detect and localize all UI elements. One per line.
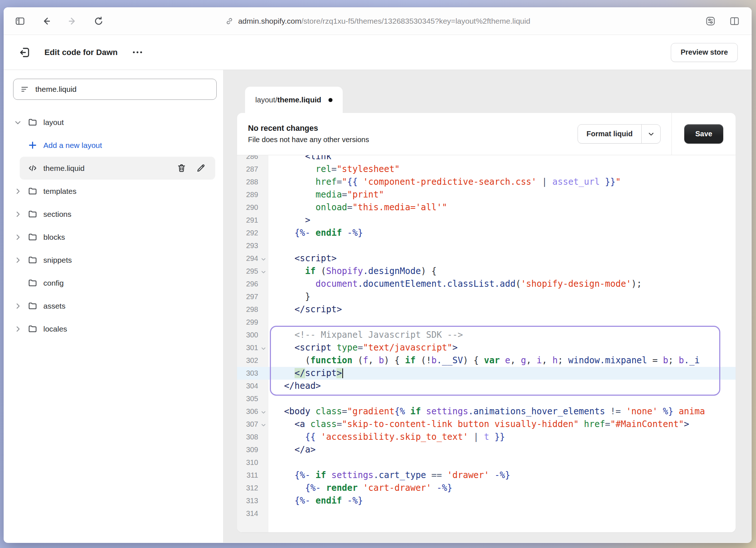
line-number: 296 xyxy=(237,280,258,288)
folder-icon xyxy=(28,255,38,265)
code-fold-icon xyxy=(261,257,266,262)
code-line-292[interactable]: 292 {%- endif -%} xyxy=(237,227,736,239)
code-text: href="{{ 'component-predictive-search.cs… xyxy=(268,176,621,188)
code-line-304[interactable]: 304 </head> xyxy=(237,380,736,392)
rename-file-button[interactable] xyxy=(196,163,206,173)
fold-toggle[interactable] xyxy=(258,268,268,275)
address-bar[interactable]: admin.shopify.com/store/rzq1xu-f5/themes… xyxy=(225,17,530,26)
code-line-312[interactable]: 312 {%- render 'cart-drawer' -%} xyxy=(237,482,736,494)
line-number: 289 xyxy=(237,191,258,199)
delete-icon xyxy=(177,163,186,173)
code-line-299[interactable]: 299 xyxy=(237,316,736,329)
code-line-291[interactable]: 291 > xyxy=(237,214,736,227)
code-line-302[interactable]: 302 (function (f, b) { if (!b.__SV) { va… xyxy=(237,354,736,367)
format-options-toggle[interactable] xyxy=(641,125,660,143)
sidebar-item-label: config xyxy=(43,279,64,287)
sidebar-item-add-a-new-layout[interactable]: Add a new layout xyxy=(4,134,220,157)
sidebar-toggle-icon[interactable] xyxy=(15,16,25,27)
code-lines: 286 <link287 rel="stylesheet"288 href="{… xyxy=(237,155,736,520)
fold-toggle[interactable] xyxy=(258,421,268,428)
code-line-293[interactable]: 293 xyxy=(237,239,736,252)
line-number: 297 xyxy=(237,293,258,301)
sidebar-item-templates[interactable]: templates xyxy=(4,180,220,203)
code-line-309[interactable]: 309 </a> xyxy=(237,443,736,456)
code-line-313[interactable]: 313 {%- endif -%} xyxy=(237,494,736,507)
sidebar-item-config[interactable]: config xyxy=(4,271,220,294)
code-text: {%- render 'cart-drawer' -%} xyxy=(268,482,452,494)
code-text: </head> xyxy=(268,380,321,392)
line-number: 302 xyxy=(237,356,258,365)
code-line-297[interactable]: 297 } xyxy=(237,290,736,303)
tab-settings-icon[interactable] xyxy=(705,16,716,27)
unsaved-changes-dot xyxy=(328,98,332,102)
chevron-right-icon xyxy=(14,325,22,333)
refresh-icon[interactable] xyxy=(93,16,104,27)
split-view-icon[interactable] xyxy=(729,16,740,27)
code-line-314[interactable]: 314 xyxy=(237,507,736,520)
browser-window: admin.shopify.com/store/rzq1xu-f5/themes… xyxy=(4,7,752,543)
code-line-305[interactable]: 305 xyxy=(237,392,736,405)
sidebar-item-snippets[interactable]: snippets xyxy=(4,248,220,271)
line-number: 290 xyxy=(237,203,258,212)
line-number: 293 xyxy=(237,242,258,250)
format-liquid-button[interactable]: Format liquid xyxy=(578,124,661,144)
chevron-right-icon xyxy=(14,233,22,241)
line-number: 288 xyxy=(237,178,258,186)
code-line-286[interactable]: 286 <link xyxy=(237,155,736,163)
code-line-303[interactable]: 303 </script> xyxy=(237,367,736,380)
line-number: 287 xyxy=(237,165,258,173)
forward-icon[interactable] xyxy=(67,16,78,27)
delete-file-button[interactable] xyxy=(177,163,186,173)
sidebar-item-locales[interactable]: locales xyxy=(4,317,220,340)
code-line-295[interactable]: 295 if (Shopify.designMode) { xyxy=(237,265,736,278)
preview-store-button[interactable]: Preview store xyxy=(671,43,738,62)
fold-toggle[interactable] xyxy=(258,255,268,262)
main-content: layoutAdd a new layouttheme.liquidtempla… xyxy=(4,70,752,543)
line-number: 300 xyxy=(237,331,258,339)
code-line-296[interactable]: 296 document.documentElement.classList.a… xyxy=(237,278,736,290)
line-number: 305 xyxy=(237,395,258,403)
code-line-308[interactable]: 308 {{ 'accessibility.skip_to_text' | t … xyxy=(237,431,736,443)
sidebar-item-sections[interactable]: sections xyxy=(4,203,220,226)
back-icon[interactable] xyxy=(41,16,52,27)
folder-icon xyxy=(28,301,38,311)
code-text: {%- endif -%} xyxy=(268,227,363,239)
folder-icon xyxy=(28,232,38,242)
file-search-input[interactable] xyxy=(35,85,210,94)
toolbar-left-controls xyxy=(4,16,104,27)
fold-toggle[interactable] xyxy=(258,344,268,351)
code-line-289[interactable]: 289 media="print" xyxy=(237,188,736,201)
code-editor[interactable]: 286 <link287 rel="stylesheet"288 href="{… xyxy=(237,155,736,532)
code-line-301[interactable]: 301 <script type="text/javascript"> xyxy=(237,341,736,354)
exit-code-editor-icon[interactable] xyxy=(18,46,31,59)
code-line-294[interactable]: 294 <script> xyxy=(237,252,736,265)
code-line-298[interactable]: 298 </script> xyxy=(237,303,736,316)
code-line-307[interactable]: 307 <a class="skip-to-content-link butto… xyxy=(237,418,736,431)
code-line-310[interactable]: 310 xyxy=(237,456,736,469)
file-search-box[interactable] xyxy=(13,79,217,100)
sidebar-item-assets[interactable]: assets xyxy=(4,294,220,317)
fold-toggle[interactable] xyxy=(258,408,268,415)
code-line-290[interactable]: 290 onload="this.media='all'" xyxy=(237,201,736,214)
line-number: 306 xyxy=(237,407,258,416)
more-menu-button[interactable] xyxy=(130,48,145,56)
page-title: Edit code for Dawn xyxy=(44,48,118,57)
sidebar-item-blocks[interactable]: blocks xyxy=(4,226,220,248)
save-button[interactable]: Save xyxy=(684,124,723,144)
code-text: onload="this.media='all'" xyxy=(268,201,447,214)
sidebar-item-layout[interactable]: layout xyxy=(4,111,220,134)
code-line-300[interactable]: 300 <!-- Mixpanel Javascript SDK --> xyxy=(237,329,736,341)
line-number: 295 xyxy=(237,267,258,275)
line-number: 311 xyxy=(237,471,258,480)
version-status: No recent changes File does not have any… xyxy=(248,124,369,144)
sidebar-item-theme-liquid[interactable]: theme.liquid xyxy=(20,157,215,180)
tab-theme-liquid[interactable]: layout/theme.liquid xyxy=(245,87,343,113)
code-line-288[interactable]: 288 href="{{ 'component-predictive-searc… xyxy=(237,176,736,188)
line-number: 308 xyxy=(237,433,258,441)
code-file-icon xyxy=(28,163,38,173)
code-line-287[interactable]: 287 rel="stylesheet" xyxy=(237,163,736,176)
code-line-311[interactable]: 311 {%- if settings.cart_type == 'drawer… xyxy=(237,469,736,482)
code-line-306[interactable]: 306 <body class="gradient{% if settings.… xyxy=(237,405,736,418)
code-fold-icon xyxy=(261,346,266,351)
sidebar-item-label: templates xyxy=(43,187,76,196)
